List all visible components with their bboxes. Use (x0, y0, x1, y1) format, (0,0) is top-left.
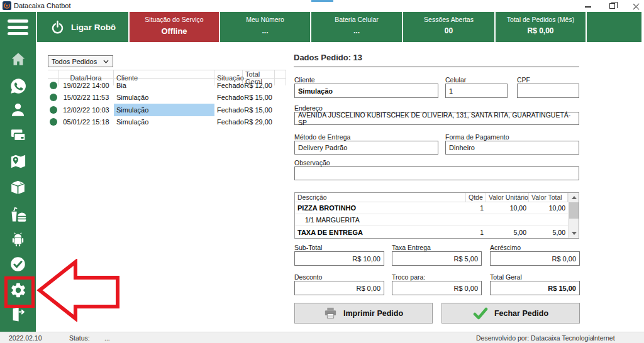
item-unitario: 5,00 (486, 226, 529, 238)
forma-pagamento-label: Forma de Pagamento (445, 133, 509, 141)
scroll-down-icon[interactable] (572, 232, 577, 235)
item-qtde: 1 (466, 202, 486, 214)
endereco-field[interactable]: AVENIDA JUSCELINO KUBITSCHEK DE OLIVEIRA… (294, 112, 579, 125)
android-icon (9, 231, 26, 248)
cell-situacao: Fechado (214, 79, 243, 92)
minimize-icon[interactable] (579, 3, 597, 10)
item-qtde: 1 (466, 226, 486, 238)
cell-situacao: Fechado (214, 92, 243, 104)
col-descricao: Descrição (295, 193, 466, 202)
observacao-label: Observação (294, 159, 330, 166)
cell-total: R$ 29,00 (243, 116, 275, 129)
sidebar-item-whatsapp[interactable] (0, 77, 36, 96)
item-descricao: PIZZA BROTINHO (295, 202, 466, 214)
ligar-robo-button[interactable]: Ligar Robô (37, 12, 128, 42)
table-row[interactable]: 15/02/22 11:53 Simulação Fechado R$ 15,0… (48, 92, 286, 104)
metodo-entrega-field[interactable]: Delivery Padrão (294, 141, 438, 155)
fechar-pedido-button[interactable]: Fechar Pedido (441, 303, 580, 324)
panel-situacao-servico: Situação do Serviço Offline (130, 12, 219, 42)
acrescimo-label: Acréscimo (490, 244, 521, 251)
network-text: Internet (592, 334, 615, 342)
orders-table-header: Data/Hora Cliente Situação Total Geral (48, 70, 286, 79)
titlebar: Datacaixa Chatbot (0, 0, 644, 12)
table-row[interactable]: 19/02/22 14:00 Bia Fechado R$ 12,00 (48, 79, 286, 92)
total-geral-label: Total Geral (490, 273, 522, 281)
item-descricao: TAXA DE ENTREGA (295, 226, 466, 238)
whatsapp-icon (9, 77, 27, 95)
cell-datetime: 19/02/22 14:00 (58, 79, 114, 92)
user-icon (9, 101, 26, 118)
developer-text: Desenvolvido por: Datacaixa Tecnologia (476, 334, 594, 342)
acrescimo-field[interactable]: R$ 0,00 (490, 251, 580, 266)
restore-icon[interactable] (602, 3, 621, 10)
table-row[interactable]: 05/01/22 15:18 Simulação Fechado R$ 29,0… (48, 116, 286, 129)
item-total (529, 214, 568, 226)
item-unitario: 10,00 (486, 202, 529, 214)
item-row[interactable]: 1/1 MARGUERITA (295, 214, 568, 226)
cliente-label: Cliente (294, 76, 315, 84)
sidebar-item-exit[interactable] (0, 306, 36, 325)
check-icon (473, 307, 488, 320)
sidebar-item-map[interactable] (0, 153, 36, 172)
check-circle-icon (9, 256, 26, 273)
annotation-arrow-icon (36, 259, 119, 322)
troco-field[interactable]: R$ 0,00 (392, 281, 482, 295)
desconto-label: Desconto (294, 273, 322, 281)
sidebar-item-home[interactable] (0, 51, 36, 70)
title-rule (294, 67, 579, 67)
sidebar-item-food[interactable] (0, 206, 36, 225)
logout-icon (9, 306, 26, 323)
cpf-field[interactable] (517, 84, 579, 98)
ligar-robo-label: Ligar Robô (71, 23, 116, 32)
item-unitario (486, 214, 529, 226)
cell-situacao: Fechado (214, 116, 243, 129)
col-valor-total: Valor Total (529, 193, 568, 202)
app-icon (3, 1, 11, 10)
item-row[interactable]: PIZZA BROTINHO 1 10,00 10,00 (295, 202, 568, 214)
total-geral-field[interactable]: R$ 15,00 (490, 281, 580, 295)
troco-label: Troco para: (392, 273, 425, 281)
panel-label: Total de Pedidos (Mês) (496, 12, 586, 23)
panel-label: Meu Número (220, 12, 310, 23)
observacao-field[interactable] (294, 166, 579, 180)
sidebar-item-payments[interactable] (0, 126, 36, 145)
cliente-field[interactable]: Simulação (294, 84, 438, 98)
printer-icon (324, 307, 337, 319)
col-valor-unitario: Valor Unitário (486, 193, 529, 202)
sidebar-item-android[interactable] (0, 231, 36, 250)
package-icon (9, 179, 26, 196)
item-total: 10,00 (529, 202, 568, 214)
item-row[interactable]: TAXA DE ENTREGA 1 5,00 5,00 (295, 226, 568, 238)
desconto-field[interactable]: R$ 0,00 (294, 281, 384, 295)
credit-cards-icon (9, 126, 27, 144)
forma-pagamento-field[interactable]: Dinheiro (445, 141, 579, 155)
status-dot (50, 94, 57, 101)
cell-total: R$ 15,00 (243, 92, 275, 104)
cpf-label: CPF (517, 76, 530, 84)
orders-filter-dropdown[interactable]: Todos Pedidos (48, 55, 113, 67)
table-row-selected[interactable]: 12/02/22 10:03 Simulação Fechado R$ 15,0… (48, 104, 286, 116)
scrollbar-thumb[interactable] (569, 202, 579, 219)
panel-label: Bateria Celular (311, 12, 402, 23)
scroll-up-icon[interactable] (572, 196, 577, 199)
subtotal-field[interactable]: R$ 10,00 (294, 251, 384, 266)
panel-value: 00 (403, 26, 494, 35)
items-scrollbar[interactable] (568, 193, 579, 238)
top-toolbar: Ligar Robô Situação do Serviço Offline M… (0, 12, 644, 42)
celular-label: Celular (445, 76, 466, 84)
metodo-entrega-label: Método de Entrega (294, 133, 350, 141)
sidebar-item-products[interactable] (0, 179, 36, 198)
cell-total: R$ 15,00 (243, 104, 275, 116)
items-table: Descrição Qtde Valor Unitário Valor Tota… (294, 192, 579, 239)
cell-datetime: 05/01/22 15:18 (58, 116, 114, 129)
sidebar-item-check[interactable] (0, 256, 36, 275)
imprimir-pedido-button[interactable]: Imprimir Pedido (294, 303, 433, 324)
close-icon[interactable] (626, 3, 644, 10)
panel-value: ... (311, 26, 402, 35)
celular-field[interactable]: 1 (445, 84, 508, 98)
status-dot (50, 82, 57, 89)
sidebar-item-contacts[interactable] (0, 101, 36, 120)
subtotal-label: Sub-Total (294, 244, 322, 251)
taxa-entrega-field[interactable]: R$ 5,00 (392, 251, 482, 266)
menu-button[interactable] (0, 12, 36, 42)
